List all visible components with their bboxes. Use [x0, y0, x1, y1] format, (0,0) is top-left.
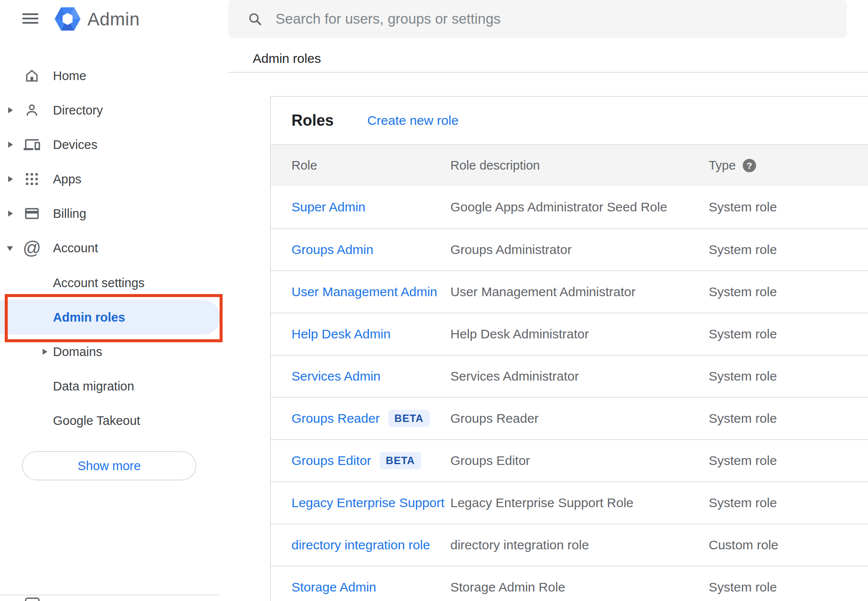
table-row: directory integration role directory int…	[271, 524, 868, 566]
sidebar-item-billing[interactable]: Billing	[0, 196, 220, 231]
chevron-right-icon[interactable]	[8, 176, 13, 182]
person-icon	[24, 102, 40, 118]
role-type: System role	[709, 369, 868, 384]
role-type: System role	[709, 327, 868, 341]
sidebar-item-domains[interactable]: Domains	[0, 335, 220, 369]
credit-card-icon	[24, 205, 40, 222]
role-cell: Groups Admin	[291, 242, 450, 257]
role-description: Help Desk Administrator	[450, 327, 709, 341]
role-type: System role	[709, 411, 868, 426]
role-cell: Groups Editor BETA	[291, 452, 450, 469]
sidebar-item-home[interactable]: Home	[0, 59, 220, 93]
sidebar-item-label: Billing	[53, 196, 86, 231]
sidebar-item-label: Account settings	[53, 266, 145, 300]
sidebar-item-label: Directory	[53, 93, 103, 127]
role-type: Custom role	[709, 538, 868, 552]
sidebar-item-label: Domains	[53, 335, 102, 369]
product-name: Admin	[87, 9, 140, 29]
breadcrumb: Admin roles	[253, 47, 321, 70]
at-sign-icon: @	[24, 240, 40, 256]
role-link[interactable]: Super Admin	[291, 200, 366, 214]
sidebar-footer-divider	[0, 595, 220, 595]
beta-badge: BETA	[388, 410, 430, 427]
role-type: System role	[709, 453, 868, 468]
sidebar-item-label: Data migration	[53, 369, 134, 403]
table-row: Legacy Enterprise Support Legacy Enterpr…	[271, 481, 868, 524]
create-new-role-link[interactable]: Create new role	[367, 113, 459, 128]
table-row: User Management Admin User Management Ad…	[271, 270, 868, 313]
chevron-right-icon[interactable]	[8, 142, 13, 148]
beta-badge: BETA	[380, 452, 421, 469]
sidebar-item-account-settings[interactable]: Account settings	[0, 266, 220, 300]
role-link[interactable]: Groups Reader	[291, 411, 380, 426]
main-content: Admin roles Roles Create new role Role R…	[228, 0, 868, 601]
column-header-role-description: Role description	[450, 158, 709, 173]
role-link[interactable]: Help Desk Admin	[291, 327, 391, 341]
sidebar-item-apps[interactable]: Apps	[0, 162, 220, 196]
table-row: Help Desk Admin Help Desk Administrator …	[271, 313, 868, 355]
chevron-right-icon[interactable]	[8, 211, 13, 217]
table-header-row: Role Role description Type ?	[271, 144, 868, 186]
search-bar[interactable]	[228, 0, 847, 38]
chevron-right-icon[interactable]	[8, 107, 13, 113]
role-type: System role	[709, 496, 868, 510]
table-row: Super Admin Google Apps Administrator Se…	[271, 186, 868, 228]
role-type: System role	[709, 242, 868, 257]
sidebar-item-data-migration[interactable]: Data migration	[0, 369, 220, 403]
devices-icon	[24, 136, 40, 153]
role-link[interactable]: Storage Admin	[291, 580, 376, 595]
role-description: Groups Editor	[450, 453, 709, 468]
show-more-button[interactable]: Show more	[22, 451, 196, 480]
column-header-type: Type ?	[709, 158, 868, 173]
sidebar-item-label: Account	[53, 231, 98, 265]
role-link[interactable]: User Management Admin	[291, 285, 437, 299]
hamburger-menu-icon[interactable]	[22, 13, 38, 24]
role-link[interactable]: Groups Editor	[291, 453, 371, 468]
sidebar-item-account[interactable]: @ Account	[0, 231, 220, 265]
sidebar-item-label: Google Takeout	[53, 403, 140, 438]
role-description: Services Administrator	[450, 369, 709, 384]
role-link[interactable]: Legacy Enterprise Support	[291, 496, 444, 510]
sidebar-item-label: Home	[53, 59, 86, 93]
role-description: User Management Administrator	[450, 285, 709, 299]
table-row: Groups Reader BETA Groups Reader System …	[271, 397, 868, 439]
clipped-footer-icon	[25, 598, 40, 601]
role-cell: Services Admin	[291, 369, 450, 384]
role-type: System role	[709, 580, 868, 595]
role-cell: User Management Admin	[291, 285, 450, 299]
role-link[interactable]: Groups Admin	[291, 242, 373, 257]
chevron-right-icon[interactable]	[43, 349, 47, 355]
sidebar: Admin Home Directory Devices Apps	[0, 0, 228, 601]
role-type: System role	[709, 200, 868, 214]
table-row: Storage Admin Storage Admin Role System …	[271, 566, 868, 601]
sidebar-item-label: Apps	[53, 162, 81, 196]
help-question-icon[interactable]: ?	[743, 159, 756, 172]
apps-grid-icon	[24, 171, 40, 187]
table-row: Services Admin Services Administrator Sy…	[271, 355, 868, 397]
roles-panel: Roles Create new role Role Role descript…	[270, 96, 868, 601]
table-row: Groups Editor BETA Groups Editor System …	[271, 439, 868, 481]
role-cell: Legacy Enterprise Support	[291, 496, 450, 510]
chevron-down-icon[interactable]	[7, 246, 13, 251]
role-link[interactable]: Services Admin	[291, 369, 381, 384]
role-description: Storage Admin Role	[450, 580, 709, 595]
role-description: directory integration role	[450, 538, 709, 552]
role-description: Groups Administrator	[450, 242, 709, 257]
sidebar-item-devices[interactable]: Devices	[0, 127, 220, 162]
home-icon	[24, 68, 40, 84]
sidebar-item-admin-roles[interactable]: Admin roles	[0, 300, 220, 335]
sidebar-item-directory[interactable]: Directory	[0, 93, 220, 127]
role-description: Legacy Enterprise Support Role	[450, 496, 709, 510]
role-cell: directory integration role	[291, 538, 450, 552]
role-link[interactable]: directory integration role	[291, 538, 430, 552]
sidebar-item-google-takeout[interactable]: Google Takeout	[0, 403, 220, 438]
role-cell: Super Admin	[291, 200, 450, 214]
table-row: Groups Admin Groups Administrator System…	[271, 228, 868, 270]
sidebar-item-label: Devices	[53, 127, 97, 162]
search-input[interactable]	[276, 11, 834, 27]
panel-title: Roles	[291, 112, 334, 130]
role-description: Google Apps Administrator Seed Role	[450, 200, 709, 214]
column-header-role: Role	[291, 158, 450, 173]
brand-header: Admin	[0, 0, 228, 39]
role-cell: Help Desk Admin	[291, 327, 450, 341]
